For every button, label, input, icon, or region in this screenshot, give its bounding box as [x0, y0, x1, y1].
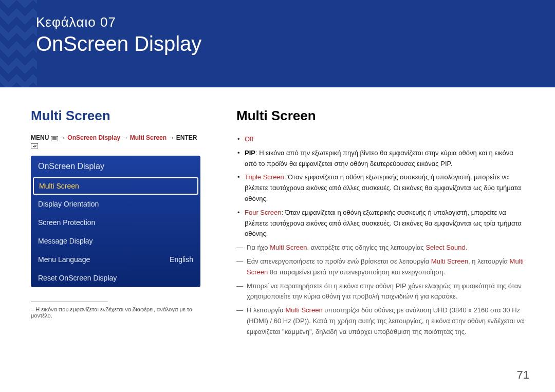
menu-icon [51, 136, 58, 141]
menu-item-label: Reset OnScreen Display [38, 274, 117, 282]
note-persist: Εάν απενεργοποιήσετε το προϊόν ενώ βρίσκ… [236, 256, 524, 278]
osd-menu-title: OnScreen Display [31, 156, 200, 177]
menu-item-value: English [170, 255, 193, 264]
feature-four: Four Screen: Όταν εμφανίζεται η οθόνη εξ… [236, 208, 524, 239]
note-uhd: Η λειτουργία Multi Screen υποστηρίζει δύ… [236, 305, 524, 337]
menu-item-message-display[interactable]: Message Display [31, 232, 200, 250]
menu-item-label: Message Display [38, 237, 93, 245]
menu-item-label: Screen Protection [38, 218, 95, 227]
feature-triple: Triple Screen: Όταν εμφανίζεται η οθόνη … [236, 172, 524, 204]
right-heading: Multi Screen [236, 108, 524, 124]
feature-list: Off PIP: Η εικόνα από την εξωτερική πηγή… [236, 134, 524, 239]
breadcrumb-menu: MENU [31, 134, 49, 141]
menu-item-label: Display Orientation [38, 200, 99, 208]
right-column: Multi Screen Off PIP: Η εικόνα από την ε… [236, 108, 524, 341]
note-sound: Για ήχο Multi Screen, ανατρέξτε στις οδη… [236, 242, 524, 253]
menu-item-label: Multi Screen [39, 182, 79, 190]
menu-item-reset[interactable]: Reset OnScreen Display [31, 269, 200, 287]
header-pattern [0, 0, 37, 87]
chapter-title: OnScreen Display [36, 31, 524, 56]
menu-item-screen-protection[interactable]: Screen Protection [31, 213, 200, 232]
menu-item-display-orientation[interactable]: Display Orientation [31, 195, 200, 213]
menu-item-multi-screen[interactable]: Multi Screen [33, 177, 198, 195]
breadcrumb-enter: ENTER [176, 134, 197, 141]
breadcrumb: MENU → OnScreen Display → Multi Screen →… [31, 134, 200, 148]
note-list: Για ήχο Multi Screen, ανατρέξτε στις οδη… [236, 242, 524, 337]
menu-item-menu-language[interactable]: Menu Language English [31, 250, 200, 269]
svg-rect-4 [31, 143, 38, 148]
osd-menu: OnScreen Display Multi Screen Display Or… [31, 156, 200, 287]
left-heading: Multi Screen [31, 108, 200, 124]
enter-icon [31, 143, 38, 148]
footnote-divider [31, 302, 108, 302]
chapter-label: Κεφάλαιο 07 [36, 13, 524, 31]
note-pip-quality: Μπορεί να παρατηρήσετε ότι η εικόνα στην… [236, 281, 524, 303]
menu-item-label: Menu Language [38, 255, 90, 264]
footnote: – Η εικόνα που εμφανίζεται ενδέχεται να … [31, 306, 200, 319]
breadcrumb-multiscreen: Multi Screen [130, 134, 166, 141]
chapter-header: Κεφάλαιο 07 OnScreen Display [0, 0, 555, 87]
left-column: Multi Screen MENU → OnScreen Display → M… [31, 108, 200, 341]
feature-pip: PIP: Η εικόνα από την εξωτερική πηγή βίν… [236, 148, 524, 170]
breadcrumb-osd: OnScreen Display [67, 134, 120, 141]
feature-off: Off [236, 134, 524, 145]
page-number: 71 [517, 368, 529, 382]
